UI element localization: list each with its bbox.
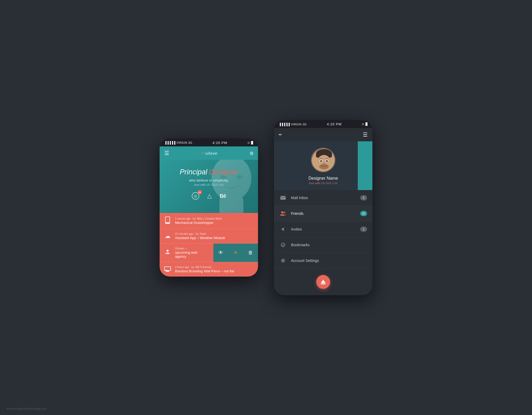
logo: ♥ uilove <box>202 151 218 155</box>
svg-point-18 <box>320 160 322 162</box>
briefcase-icon[interactable]: ⊞ <box>250 151 253 156</box>
menu-list: Mail Inbox 5 Friends 25 <box>274 190 372 269</box>
svg-point-6 <box>167 223 168 224</box>
app-header-left: ☰ ♥ uilove ⊞ <box>160 146 258 160</box>
battery-icon-r: ▉ <box>365 122 368 126</box>
menu-footer <box>274 269 372 295</box>
feed-content-1: 1 minute ago by: Mike | Creative Mints M… <box>175 217 222 225</box>
feed-meta-4: 2 hours ago by: Bill S Kenney <box>175 266 234 269</box>
feed-title-4: Bamboo Branding Wall Piece – not flat <box>175 269 234 273</box>
feed-list: 1 minute ago by: Mike | Creative Mints M… <box>160 213 258 277</box>
svg-marker-28 <box>321 280 326 283</box>
feed-title-2: Assistant App – Weather Module <box>175 236 225 240</box>
feed-title-3: upcoming web agency <box>175 250 209 258</box>
feed-content-4: 2 hours ago by: Bill S Kenney Bamboo Bra… <box>175 266 234 273</box>
edit-button[interactable]: ✏ <box>279 132 282 137</box>
settings-icon <box>279 257 287 264</box>
status-bar-right: ▐▐▐▐▐ VIRGIN 3G 4:20 PM ⊙ ▉ <box>274 120 372 128</box>
settings-label: Account Settings <box>291 258 367 263</box>
profile-subtitle: love with UI/ GUI / UX <box>279 182 367 185</box>
bookmarks-label: Bookmarks <box>291 243 367 247</box>
phone-left: ▐▐▐▐▐ VIRGIN 3G 4:20 PM ⊙ ▉ ☰ ♥ uilove ⊞ <box>160 138 258 277</box>
feed-meta-3: Ghulam ✓ <box>175 247 209 250</box>
hero-designer: Designer <box>209 168 238 176</box>
feed-item-2[interactable]: ☁ 21 minutes ago by: Dash Assistant App … <box>160 229 258 244</box>
alarm-icon-r: ⊙ <box>362 122 364 126</box>
feed-title-1: Mechanical Grasshopper <box>175 221 222 225</box>
profile-name: Designer Name <box>279 176 367 181</box>
hero-principal: Principal <box>180 168 207 176</box>
avatar <box>311 148 335 172</box>
status-icons-left: ⊙ ▉ <box>247 141 253 145</box>
feed-item-3[interactable]: Ghulam ✓ upcoming web agency 👁 ♥ 🗑 <box>160 244 258 262</box>
svg-rect-10 <box>165 270 167 271</box>
app-header-right: ✏ ☰ <box>274 128 372 141</box>
mail-label: Mail Inbox <box>291 196 356 200</box>
feed-meta-1: 1 minute ago by: Mike | Creative Mints <box>175 217 222 220</box>
background: ▐▐▐▐▐ VIRGIN 3G 4:20 PM ⊙ ▉ ☰ ♥ uilove ⊞ <box>0 0 532 415</box>
friends-icon <box>279 210 287 217</box>
time-right: 4:20 PM <box>327 122 342 126</box>
feed-icon-4 <box>164 266 171 273</box>
swipe-actions: 👁 ♥ 🗑 <box>213 244 258 262</box>
feed-meta-2: 21 minutes ago by: Dash <box>175 232 225 235</box>
friends-label: Friends <box>291 211 356 216</box>
svg-point-19 <box>326 160 328 162</box>
feed-icon-2: ☁ <box>164 233 171 240</box>
bookmarks-icon <box>279 241 287 249</box>
status-icons-right: ⊙ ▉ <box>362 122 368 126</box>
mail-icon <box>279 194 287 202</box>
feed-item-1[interactable]: 1 minute ago by: Mike | Creative Mints M… <box>160 213 258 229</box>
feed-item-4[interactable]: 2 hours ago by: Bill S Kenney Bamboo Bra… <box>160 262 258 277</box>
svg-point-24 <box>284 211 285 213</box>
feed-content-3: Ghulam ✓ upcoming web agency <box>175 247 209 258</box>
battery-icon: ▉ <box>251 141 253 145</box>
phone-right: ▐▐▐▐▐ VIRGIN 3G 4:20 PM ⊙ ▉ ✏ ☰ <box>274 120 372 295</box>
feed-icon-1 <box>164 216 171 225</box>
delete-action-btn[interactable]: 🗑 <box>243 244 258 262</box>
svg-point-7 <box>167 250 169 252</box>
behance-icon[interactable]: Bē <box>220 193 226 199</box>
profile-section: Designer Name love with UI/ GUI / UX <box>274 141 372 190</box>
friends-badge: 25 <box>360 211 367 216</box>
menu-item-mail[interactable]: Mail Inbox 5 <box>274 190 372 206</box>
svg-point-25 <box>281 243 285 247</box>
status-bar-left: ▐▐▐▐▐ VIRGIN 3G 4:20 PM ⊙ ▉ <box>160 138 258 146</box>
svg-rect-5 <box>166 217 169 222</box>
artboard-icon[interactable]: △ <box>207 192 212 199</box>
mail-badge: 5 <box>360 195 367 200</box>
feed-content-2: 21 minutes ago by: Dash Assistant App – … <box>175 232 225 240</box>
menu-button-right[interactable]: ☰ <box>363 132 368 138</box>
svg-rect-29 <box>321 283 326 284</box>
feed-icon-3 <box>164 249 171 257</box>
invites-badge: 1 <box>360 227 367 232</box>
time-left: 4:20 PM <box>213 141 227 145</box>
signal-right: ▐▐▐▐▐ VIRGIN 3G <box>279 123 307 126</box>
hero-text: Principal Designer who believe in simpli… <box>166 168 252 186</box>
svg-point-26 <box>282 260 284 261</box>
menu-item-bookmarks[interactable]: Bookmarks <box>274 237 372 253</box>
svg-point-23 <box>281 211 283 213</box>
like-action-btn[interactable]: ♥ <box>228 244 243 262</box>
logo-text: uilove <box>205 151 217 155</box>
hero-sub2: love with UI / GUI / UX <box>166 183 252 186</box>
invites-icon <box>279 225 287 233</box>
dribbble-icon-wrap[interactable]: ◎ 21 <box>192 192 199 200</box>
hero-icons-row: ◎ 21 △ Bē <box>166 192 252 200</box>
svg-rect-22 <box>280 196 286 200</box>
hero-subtitle: who believe in simplicity. <box>166 178 252 182</box>
menu-button-left[interactable]: ☰ <box>164 150 169 156</box>
signal-left: ▐▐▐▐▐ VIRGIN 3G <box>164 141 192 144</box>
alarm-icon: ⊙ <box>247 141 250 145</box>
menu-item-invites[interactable]: Invites 1 <box>274 221 372 237</box>
menu-item-friends[interactable]: Friends 25 <box>274 206 372 221</box>
eject-button[interactable] <box>316 275 330 289</box>
invites-label: Invites <box>291 227 356 231</box>
dribbble-badge: 21 <box>198 190 202 194</box>
heart-icon: ♥ <box>202 151 204 155</box>
hero-section: Principal Designer who believe in simpli… <box>160 160 258 213</box>
watermark: www.heritagechristiancollege.com <box>6 407 47 410</box>
svg-point-21 <box>319 164 329 169</box>
menu-item-settings[interactable]: Account Settings <box>274 253 372 269</box>
view-action-btn[interactable]: 👁 <box>213 244 228 262</box>
